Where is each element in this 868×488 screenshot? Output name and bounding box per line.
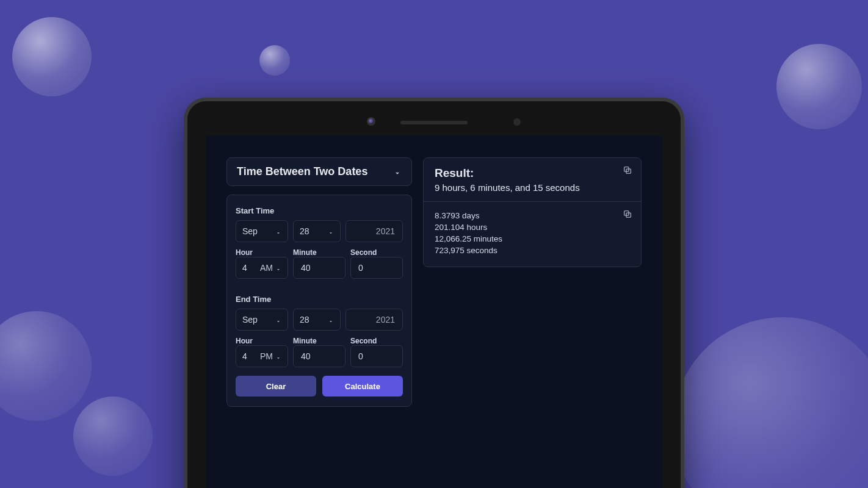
minute-label: Minute — [293, 248, 345, 257]
end-year-value: 2021 — [376, 315, 395, 325]
start-second-value: 0 — [358, 263, 363, 273]
chevron-down-icon — [275, 317, 281, 323]
start-year-input[interactable]: 2021 — [345, 220, 403, 242]
copy-icon[interactable] — [623, 209, 632, 219]
tablet-frame: Time Between Two Dates Start Time Sep 28 — [184, 98, 684, 488]
end-hour-select[interactable]: 4 PM — [236, 345, 288, 367]
result-panel: Result: 9 hours, 6 minutes, and 15 secon… — [423, 157, 642, 267]
chevron-down-icon — [393, 168, 402, 176]
chevron-down-icon — [328, 317, 334, 323]
end-minute-value: 40 — [301, 351, 311, 361]
end-minute-input[interactable]: 40 — [293, 345, 345, 367]
start-month-select[interactable]: Sep — [236, 220, 288, 242]
end-ampm-value: PM — [260, 351, 273, 361]
end-day-value: 28 — [300, 315, 309, 325]
copy-icon[interactable] — [623, 165, 632, 175]
start-minute-value: 40 — [301, 263, 311, 273]
tablet-sensor — [513, 118, 521, 126]
result-title: Result: — [435, 167, 630, 180]
bg-bubble — [73, 396, 153, 476]
end-second-input[interactable]: 0 — [350, 345, 403, 367]
second-label: Second — [350, 337, 403, 345]
end-month-value: Sep — [242, 315, 258, 325]
end-time-label: End Time — [236, 295, 403, 304]
mode-selector[interactable]: Time Between Two Dates — [226, 157, 412, 186]
second-label: Second — [350, 248, 403, 257]
end-hour-value: 4 — [242, 351, 247, 361]
result-line: 8.3793 days — [435, 210, 630, 222]
chevron-down-icon — [275, 228, 281, 234]
start-day-value: 28 — [300, 226, 309, 236]
bg-bubble — [259, 45, 290, 76]
calculate-button[interactable]: Calculate — [322, 376, 403, 396]
chevron-down-icon — [328, 228, 334, 234]
start-day-select[interactable]: 28 — [293, 220, 341, 242]
start-ampm-value: AM — [260, 263, 273, 273]
bg-bubble — [776, 44, 862, 129]
end-second-value: 0 — [358, 351, 363, 361]
start-year-value: 2021 — [376, 226, 395, 236]
chevron-down-icon — [275, 353, 281, 359]
result-line: 723,975 seconds — [435, 245, 630, 257]
clear-button[interactable]: Clear — [236, 376, 316, 396]
start-month-value: Sep — [242, 226, 258, 236]
bg-bubble — [673, 317, 868, 488]
start-time-label: Start Time — [236, 206, 403, 215]
hour-label: Hour — [236, 337, 288, 345]
end-day-select[interactable]: 28 — [293, 309, 341, 331]
result-line: 12,066.25 minutes — [435, 234, 630, 245]
start-second-input[interactable]: 0 — [350, 257, 403, 279]
end-year-input[interactable]: 2021 — [345, 309, 403, 331]
start-hour-select[interactable]: 4 AM — [236, 257, 288, 279]
bg-bubble — [0, 311, 92, 421]
mode-selector-label: Time Between Two Dates — [237, 165, 367, 178]
chevron-down-icon — [275, 265, 281, 271]
result-line: 201.104 hours — [435, 222, 630, 234]
start-hour-value: 4 — [242, 263, 247, 273]
tablet-camera — [367, 117, 375, 126]
start-minute-input[interactable]: 40 — [293, 257, 345, 279]
hour-label: Hour — [236, 248, 288, 257]
time-form: Start Time Sep 28 2021 Hour — [226, 195, 412, 407]
app-screen: Time Between Two Dates Start Time Sep 28 — [206, 135, 662, 488]
end-month-select[interactable]: Sep — [236, 309, 288, 331]
result-summary: 9 hours, 6 minutes, and 15 seconds — [435, 182, 630, 193]
tablet-speaker — [400, 121, 468, 124]
minute-label: Minute — [293, 337, 345, 345]
bg-bubble — [12, 17, 92, 96]
